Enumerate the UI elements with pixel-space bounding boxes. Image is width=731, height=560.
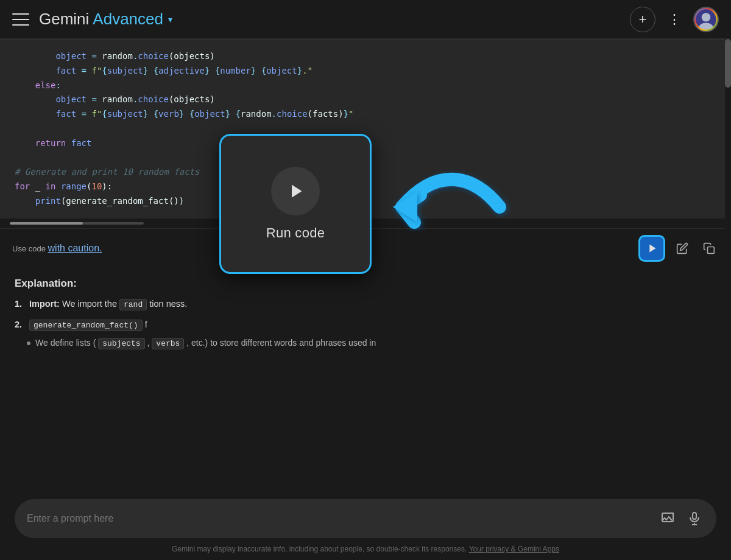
explanation-section: Explanation: 1. Import: We import the ra… [0,268,731,355]
more-icon: ⋮ [668,12,681,27]
svg-point-1 [702,13,710,21]
more-options-button[interactable]: ⋮ [663,8,686,31]
run-code-button[interactable] [638,235,665,262]
hamburger-menu-icon[interactable] [12,13,29,26]
explanation-list: 1. Import: We import the rand tion ness.… [15,297,716,332]
explanation-heading: Explanation: [15,278,716,290]
chevron-down-icon[interactable]: ▾ [168,15,172,24]
privacy-link[interactable]: Your privacy & Gemini Apps [469,545,559,553]
popup-play-button[interactable] [271,167,320,215]
blue-arrow-icon [390,158,512,258]
scrollbar-thumb [725,39,731,88]
prompt-input[interactable] [27,513,651,524]
microphone-button[interactable] [685,509,704,528]
image-upload-button[interactable] [658,509,677,528]
header-actions: + ⋮ [630,7,719,32]
caution-link[interactable]: with caution. [48,243,102,253]
image-icon [660,511,675,526]
footer-disclaimer: Gemini may display inaccurate info, incl… [0,538,731,560]
caution-text: Use code with caution. [12,243,102,254]
plus-icon: + [639,12,647,27]
copy-button[interactable] [699,239,719,258]
prompt-input-bar [15,499,716,538]
title-advanced: Advanced [93,10,163,29]
right-scrollbar[interactable] [725,39,731,538]
new-chat-button[interactable]: + [630,7,655,32]
explanation-bullet: We define lists ( subjects , verbs , etc… [27,338,716,348]
bullet-icon [27,341,30,345]
title-gemini: Gemini [39,10,89,29]
code-actions [638,235,719,262]
run-code-label: Run code [266,225,325,241]
app-header: Gemini Advanced ▾ + ⋮ [0,0,731,39]
play-icon [645,242,659,255]
mic-icon [687,511,702,526]
svg-rect-4 [708,247,715,253]
popup-play-icon [284,180,306,202]
list-item: 1. Import: We import the rand tion ness. [15,297,716,312]
edit-button[interactable] [673,239,692,258]
svg-rect-7 [693,513,696,519]
list-item: 2. generate_random_fact() f [15,318,716,332]
header-title: Gemini Advanced ▾ [39,10,630,29]
avatar[interactable] [693,7,719,32]
run-code-popup[interactable]: Run code [219,134,372,274]
